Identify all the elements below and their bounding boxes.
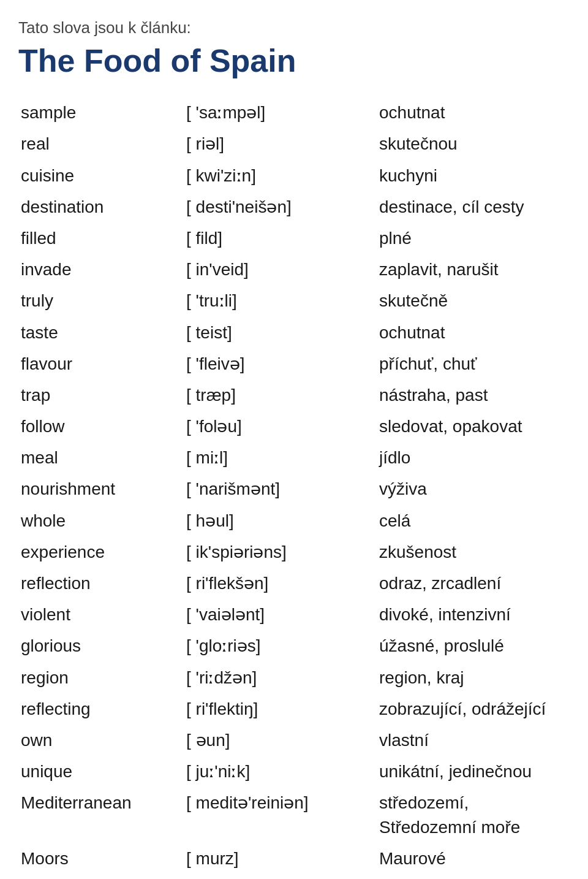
- vocab-row: reflection[ ri'flekšən]odraz, zrcadlení: [18, 568, 570, 599]
- article-title: The Food of Spain: [18, 44, 570, 78]
- vocab-phonetic: [ 'foləu]: [184, 411, 377, 442]
- vocab-phonetic: [ riəl]: [184, 128, 377, 159]
- vocab-phonetic: [ 'riːdžən]: [184, 662, 377, 693]
- vocab-translation: vlastní: [377, 725, 570, 756]
- vocab-row: occupy[ 'okjupai]okupovat, obsadit: [18, 874, 570, 879]
- vocab-phonetic: [ 'narišmənt]: [184, 473, 377, 504]
- vocab-word: glorious: [18, 630, 184, 661]
- vocab-phonetic: [ ri'flektiŋ]: [184, 693, 377, 725]
- vocab-phonetic: [ 'truːli]: [184, 285, 377, 316]
- vocab-word: reflecting: [18, 693, 184, 725]
- vocab-word: Mediterranean: [18, 787, 184, 842]
- vocab-row: glorious[ 'gloːriəs]úžasné, proslulé: [18, 630, 570, 661]
- vocab-row: cuisine[ kwi'ziːn]kuchyni: [18, 160, 570, 191]
- vocab-translation: odraz, zrcadlení: [377, 568, 570, 599]
- vocab-row: region[ 'riːdžən]region, kraj: [18, 662, 570, 693]
- vocab-word: taste: [18, 317, 184, 348]
- intro-label: Tato slova jsou k článku:: [18, 18, 570, 37]
- vocab-word: occupy: [18, 874, 184, 879]
- vocab-word: trap: [18, 379, 184, 411]
- vocab-phonetic: [ fild]: [184, 223, 377, 254]
- vocab-translation: zkušenost: [377, 536, 570, 568]
- vocab-translation: zaplavit, narušit: [377, 254, 570, 285]
- vocab-translation: sledovat, opakovat: [377, 411, 570, 442]
- vocab-word: invade: [18, 254, 184, 285]
- vocab-word: flavour: [18, 348, 184, 379]
- vocab-phonetic: [ teist]: [184, 317, 377, 348]
- vocab-word: filled: [18, 223, 184, 254]
- vocab-translation: kuchyni: [377, 160, 570, 191]
- vocab-word: real: [18, 128, 184, 159]
- vocab-phonetic: [ 'okjupai]: [184, 874, 377, 879]
- vocab-word: violent: [18, 599, 184, 630]
- vocab-translation: plné: [377, 223, 570, 254]
- vocab-translation: Maurové: [377, 843, 570, 874]
- vocab-word: sample: [18, 97, 184, 128]
- vocab-phonetic: [ həul]: [184, 505, 377, 536]
- vocab-row: filled[ fild]plné: [18, 223, 570, 254]
- vocab-row: follow[ 'foləu]sledovat, opakovat: [18, 411, 570, 442]
- vocab-row: nourishment[ 'narišmənt]výživa: [18, 473, 570, 504]
- vocab-word: cuisine: [18, 160, 184, 191]
- vocab-translation: skutečnou: [377, 128, 570, 159]
- vocab-row: taste[ teist]ochutnat: [18, 317, 570, 348]
- vocab-phonetic: [ meditə'reiniən]: [184, 787, 377, 842]
- vocab-phonetic: [ əun]: [184, 725, 377, 756]
- vocab-translation: ochutnat: [377, 317, 570, 348]
- vocab-row: sample[ 'saːmpəl]ochutnat: [18, 97, 570, 128]
- vocab-word: follow: [18, 411, 184, 442]
- vocab-row: violent[ 'vaiələnt]divoké, intenzivní: [18, 599, 570, 630]
- vocab-translation: ochutnat: [377, 97, 570, 128]
- vocab-phonetic: [ murz]: [184, 843, 377, 874]
- vocab-translation: středozemí, Středozemní moře: [377, 787, 570, 842]
- vocab-word: Moors: [18, 843, 184, 874]
- vocab-row: truly[ 'truːli]skutečně: [18, 285, 570, 316]
- vocab-row: meal[ miːl]jídlo: [18, 442, 570, 473]
- vocab-phonetic: [ ri'flekšən]: [184, 568, 377, 599]
- vocab-word: experience: [18, 536, 184, 568]
- vocab-translation: skutečně: [377, 285, 570, 316]
- vocab-phonetic: [ miːl]: [184, 442, 377, 473]
- vocab-row: experience[ ik'spiəriəns]zkušenost: [18, 536, 570, 568]
- vocab-phonetic: [ 'gloːriəs]: [184, 630, 377, 661]
- vocab-row: own[ əun]vlastní: [18, 725, 570, 756]
- vocab-word: own: [18, 725, 184, 756]
- vocab-phonetic: [ juː'niːk]: [184, 756, 377, 787]
- vocab-row: flavour[ 'fleivə]příchuť, chuť: [18, 348, 570, 379]
- vocab-phonetic: [ 'fleivə]: [184, 348, 377, 379]
- vocab-word: nourishment: [18, 473, 184, 504]
- vocab-word: whole: [18, 505, 184, 536]
- vocab-translation: unikátní, jedinečnou: [377, 756, 570, 787]
- vocab-word: meal: [18, 442, 184, 473]
- vocab-row: whole[ həul]celá: [18, 505, 570, 536]
- vocab-translation: výživa: [377, 473, 570, 504]
- vocab-row: destination[ desti'neišən]destinace, cíl…: [18, 191, 570, 223]
- vocab-row: invade[ in'veid]zaplavit, narušit: [18, 254, 570, 285]
- vocab-word: reflection: [18, 568, 184, 599]
- vocab-translation: destinace, cíl cesty: [377, 191, 570, 223]
- vocab-row: reflecting[ ri'flektiŋ]zobrazující, odrá…: [18, 693, 570, 725]
- vocab-translation: region, kraj: [377, 662, 570, 693]
- vocab-translation: úžasné, proslulé: [377, 630, 570, 661]
- vocab-phonetic: [ ik'spiəriəns]: [184, 536, 377, 568]
- vocab-row: Mediterranean[ meditə'reiniən]středozemí…: [18, 787, 570, 842]
- vocab-phonetic: [ træp]: [184, 379, 377, 411]
- vocab-row: Moors[ murz]Maurové: [18, 843, 570, 874]
- vocab-word: truly: [18, 285, 184, 316]
- vocab-translation: příchuť, chuť: [377, 348, 570, 379]
- vocab-table: sample[ 'saːmpəl]ochutnatreal[ riəl]skut…: [18, 97, 570, 879]
- vocab-translation: okupovat, obsadit: [377, 874, 570, 879]
- vocab-translation: nástraha, past: [377, 379, 570, 411]
- vocab-phonetic: [ desti'neišən]: [184, 191, 377, 223]
- vocab-row: real[ riəl]skutečnou: [18, 128, 570, 159]
- vocab-translation: jídlo: [377, 442, 570, 473]
- vocab-translation: zobrazující, odrážející: [377, 693, 570, 725]
- vocab-word: unique: [18, 756, 184, 787]
- vocab-phonetic: [ 'vaiələnt]: [184, 599, 377, 630]
- vocab-row: trap[ træp]nástraha, past: [18, 379, 570, 411]
- vocab-translation: celá: [377, 505, 570, 536]
- vocab-phonetic: [ kwi'ziːn]: [184, 160, 377, 191]
- vocab-word: destination: [18, 191, 184, 223]
- vocab-phonetic: [ in'veid]: [184, 254, 377, 285]
- vocab-word: region: [18, 662, 184, 693]
